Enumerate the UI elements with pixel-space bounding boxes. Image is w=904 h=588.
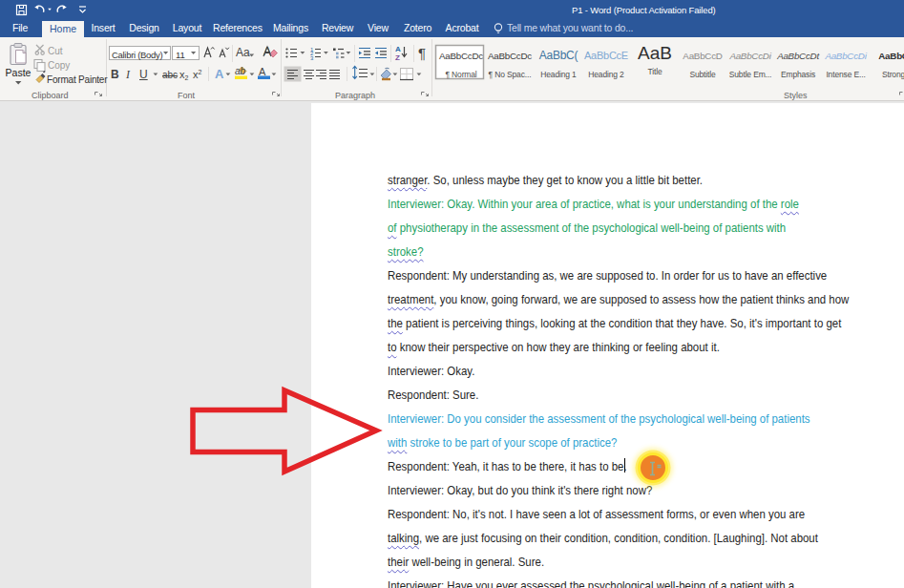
svg-text:3: 3 [310,55,314,61]
svg-text:Z: Z [395,53,400,62]
svg-text:¶: ¶ [418,45,426,61]
